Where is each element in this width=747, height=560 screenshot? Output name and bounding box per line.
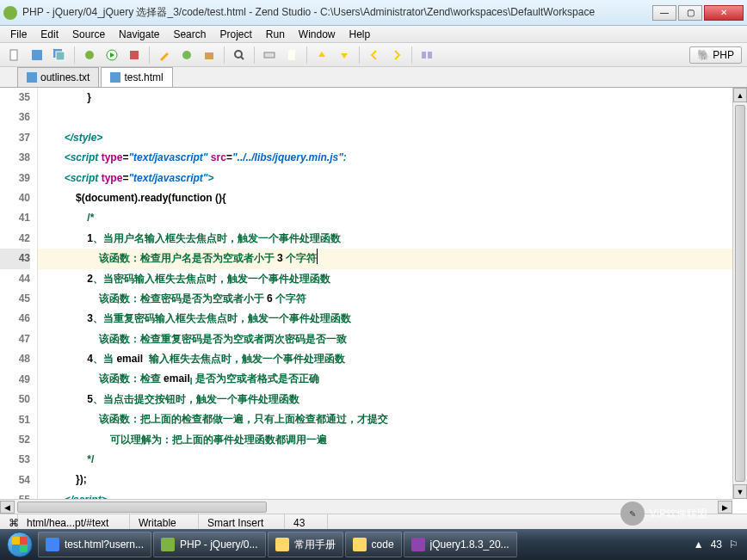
app-icon xyxy=(3,6,17,20)
scroll-thumb[interactable] xyxy=(735,105,745,482)
minimize-button[interactable]: — xyxy=(652,5,676,21)
run-button[interactable] xyxy=(102,46,121,65)
code-line-48[interactable]: 4、当 email 输入框失去焦点时，触发一个事件处理函数 xyxy=(38,349,747,369)
tab-test-html[interactable]: test.html xyxy=(101,67,172,87)
svg-point-4 xyxy=(85,51,94,59)
code-line-40[interactable]: $(document).ready(function (){ xyxy=(38,188,747,208)
editor-tabs: outlines.txttest.html xyxy=(0,67,747,88)
save-button[interactable] xyxy=(28,46,46,65)
menu-bar: FileEditSourceNavigateSearchProjectRunWi… xyxy=(0,26,747,43)
tray-flag-icon[interactable]: ⚐ xyxy=(729,538,738,551)
title-bar: PHP - jQuery/04_jQuery 选择器_3/code/test.h… xyxy=(0,0,747,26)
taskbar-item[interactable]: jQuery1.8.3_20... xyxy=(404,532,517,557)
debug-button[interactable] xyxy=(80,46,99,65)
code-line-50[interactable]: 5、当点击提交按钮时，触发一个事件处理函数 xyxy=(38,390,747,409)
code-line-47[interactable]: 该函数：检查重复密码是否为空或者两次密码是否一致 xyxy=(38,329,747,349)
taskbar-item[interactable]: PHP - jQuery/0... xyxy=(153,532,265,557)
scroll-down-arrow[interactable]: ▼ xyxy=(733,484,747,499)
line-gutter: 3536373839404142434445464748495051525354… xyxy=(0,88,38,514)
next-annotation-button[interactable] xyxy=(335,46,354,65)
svg-point-9 xyxy=(235,51,242,58)
explorer-icon[interactable] xyxy=(417,46,436,65)
chrome-icon xyxy=(46,538,59,551)
maximize-button[interactable]: ▢ xyxy=(678,5,702,21)
tab-outlines-txt[interactable]: outlines.txt xyxy=(17,67,99,87)
tray-up-icon[interactable]: ▲ xyxy=(694,538,704,551)
windows-taskbar: test.html?usern...PHP - jQuery/0...常用手册c… xyxy=(0,529,747,560)
system-tray[interactable]: ▲ 43 ⚐ xyxy=(694,538,744,551)
svg-rect-3 xyxy=(56,52,65,60)
svg-rect-8 xyxy=(205,52,213,59)
mark-button[interactable] xyxy=(282,46,301,65)
svg-rect-1 xyxy=(32,50,42,60)
window-title: PHP - jQuery/04_jQuery 选择器_3/code/test.h… xyxy=(22,5,652,20)
watermark-text: VIP软件联盟 xyxy=(650,507,707,521)
back-button[interactable] xyxy=(365,46,384,65)
chm-icon xyxy=(411,538,425,551)
save-all-button[interactable] xyxy=(50,46,69,65)
perspective-php-button[interactable]: 🐘 PHP xyxy=(689,46,742,64)
code-line-52[interactable]: 可以理解为：把上面的事件处理函数都调用一遍 xyxy=(38,430,747,450)
watermark: ✎ VIP软件联盟 xyxy=(620,502,707,526)
file-icon xyxy=(110,72,120,83)
code-line-49[interactable]: 该函数：检查 emailI 是否为空或者格式是否正确 xyxy=(38,369,747,389)
code-area[interactable]: } </style> <script type="text/javascript… xyxy=(38,88,747,514)
menu-file[interactable]: File xyxy=(3,26,34,42)
taskbar-item[interactable]: code xyxy=(345,532,402,557)
code-line-41[interactable]: /* xyxy=(38,208,747,228)
external-tools-button[interactable] xyxy=(125,46,144,65)
code-line-43[interactable]: 该函数：检查用户名是否为空或者小于 3 个字符 xyxy=(38,249,747,268)
menu-search[interactable]: Search xyxy=(166,26,213,42)
menu-run[interactable]: Run xyxy=(259,26,292,42)
file-icon xyxy=(27,72,37,83)
toggle-button[interactable] xyxy=(260,46,279,65)
prev-annotation-button[interactable] xyxy=(312,46,331,65)
folder-icon xyxy=(353,538,367,551)
code-line-37[interactable]: </style> xyxy=(38,128,747,148)
zend-icon xyxy=(161,538,175,551)
tray-count: 43 xyxy=(711,538,722,551)
menu-project[interactable]: Project xyxy=(213,26,258,42)
code-line-54[interactable]: }); xyxy=(38,470,747,489)
code-line-35[interactable]: } xyxy=(38,88,747,108)
menu-window[interactable]: Window xyxy=(292,26,343,42)
code-line-36[interactable] xyxy=(38,108,747,127)
search-button[interactable] xyxy=(230,46,249,65)
code-line-38[interactable]: <script type="text/javascript" src="../.… xyxy=(38,148,747,168)
hscroll-thumb[interactable] xyxy=(17,502,267,513)
menu-help[interactable]: Help xyxy=(343,26,378,42)
svg-point-7 xyxy=(182,51,191,59)
svg-rect-10 xyxy=(264,52,275,58)
svg-rect-11 xyxy=(288,50,295,60)
code-line-51[interactable]: 该函数：把上面的检查都做一遍，只有上面检查都通过，才提交 xyxy=(38,409,747,429)
forward-button[interactable] xyxy=(387,46,406,65)
scroll-left-arrow[interactable]: ◀ xyxy=(0,501,15,514)
code-line-53[interactable]: */ xyxy=(38,450,747,470)
watermark-icon: ✎ xyxy=(620,502,645,526)
menu-edit[interactable]: Edit xyxy=(34,26,65,42)
code-line-44[interactable]: 2、当密码输入框失去焦点时，触发一个事件处理函数 xyxy=(38,269,747,289)
new-class-button[interactable] xyxy=(177,46,196,65)
package-button[interactable] xyxy=(200,46,219,65)
taskbar-item[interactable]: 常用手册 xyxy=(268,532,343,557)
code-editor[interactable]: 3536373839404142434445464748495051525354… xyxy=(0,88,747,514)
new-button[interactable] xyxy=(5,46,24,65)
svg-rect-6 xyxy=(130,51,139,59)
scroll-right-arrow[interactable]: ▶ xyxy=(718,501,732,514)
scroll-up-arrow[interactable]: ▲ xyxy=(733,88,747,102)
code-line-39[interactable]: <script type="text/javascript"> xyxy=(38,169,747,188)
code-line-46[interactable]: 3、当重复密码输入框失去焦点时，触发一个事件处理函数 xyxy=(38,309,747,329)
svg-rect-0 xyxy=(10,50,17,60)
menu-navigate[interactable]: Navigate xyxy=(112,26,166,42)
wand-button[interactable] xyxy=(155,46,174,65)
start-button[interactable] xyxy=(3,531,36,558)
taskbar-item[interactable]: test.html?usern... xyxy=(38,532,151,557)
svg-rect-13 xyxy=(428,52,432,58)
menu-source[interactable]: Source xyxy=(65,26,112,42)
folder-icon xyxy=(275,538,289,551)
code-line-45[interactable]: 该函数：检查密码是否为空或者小于 6 个字符 xyxy=(38,289,747,309)
code-line-42[interactable]: 1、当用户名输入框失去焦点时，触发一个事件处理函数 xyxy=(38,229,747,249)
toolbar: 🐘 PHP xyxy=(0,43,747,67)
vertical-scrollbar[interactable]: ▲ ▼ xyxy=(732,88,747,499)
close-button[interactable]: ✕ xyxy=(704,5,744,21)
